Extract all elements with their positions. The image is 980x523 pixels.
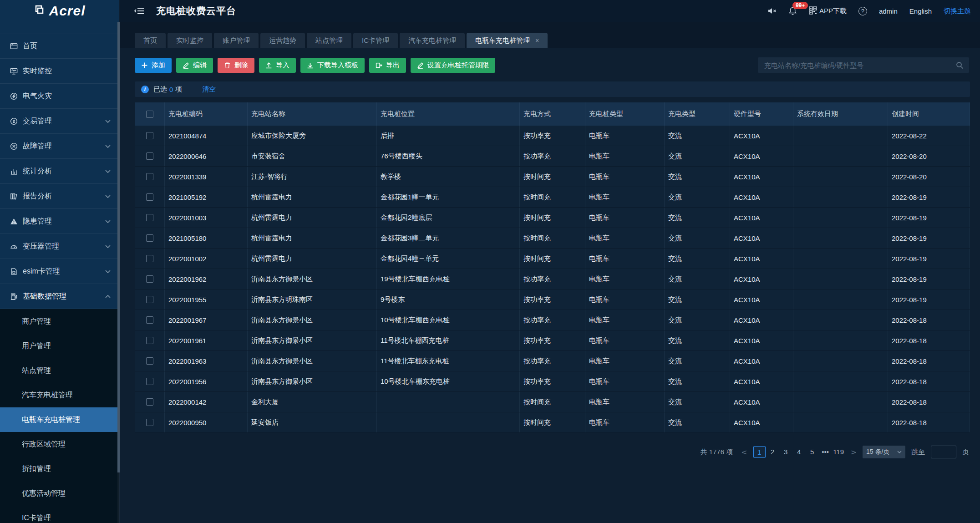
collapse-sidebar-icon[interactable] [134,6,144,15]
table-row[interactable]: 2022000646市安装宿舍76号楼西楼头按功率充电瓶车交流ACX10A202… [135,146,970,167]
sidebar-menu: 首页 实时监控 电气火灾 交易管理 故障管理 统计分析 报告分析 隐患管理 变压… [0,22,119,523]
table-row[interactable]: 2021004874应城市保险大厦旁后排按功率充电瓶车交流ACX10A2022-… [135,126,970,146]
clear-selection-link[interactable]: 清空 [202,85,216,94]
prev-page-icon[interactable]: < [741,448,747,457]
sidebar-subitem[interactable]: 商户管理 [0,309,119,334]
tab[interactable]: 账户管理 [214,33,259,48]
tab[interactable]: 电瓶车充电桩管理× [467,33,548,48]
search-input[interactable] [758,61,956,69]
language-switch[interactable]: English [909,7,932,15]
row-checkbox[interactable] [146,275,153,283]
sidebar-subitem[interactable]: 电瓶车充电桩管理 [0,407,119,432]
row-checkbox[interactable] [146,378,153,385]
page-number[interactable]: 5 [806,446,818,458]
tab[interactable]: 首页 [135,33,166,48]
tab[interactable]: 实时监控 [168,33,212,48]
row-checkbox[interactable] [146,419,153,426]
table-row[interactable]: 2022001967沂南县东方御景小区10号楼北车棚西充电桩按功率充电瓶车交流A… [135,310,970,330]
sidebar-subitem[interactable]: 行政区域管理 [0,432,119,457]
table-row[interactable]: 2022001962沂南县东方御景小区19号楼北车棚西充电桩按功率充电瓶车交流A… [135,269,970,289]
mute-icon[interactable] [767,7,777,15]
row-checkbox[interactable] [146,398,153,406]
select-all-checkbox[interactable] [146,111,153,118]
row-checkbox[interactable] [146,255,153,262]
edit-icon [417,62,424,69]
sidebar-subitem[interactable]: IC卡管理 [0,506,119,523]
sidebar-item[interactable]: 基础数据管理 [0,284,119,309]
sidebar-item[interactable]: 首页 [0,34,119,59]
sidebar-item[interactable]: 变压器管理 [0,234,119,259]
row-checkbox[interactable] [146,173,153,180]
sidebar-subitem[interactable]: 用户管理 [0,334,119,358]
toolbar-button[interactable]: 删除 [218,58,254,73]
table-cell: 沂南县东方御景小区 [248,330,377,350]
tab[interactable]: 汽车充电桩管理 [400,33,465,48]
sidebar-item[interactable]: 电气火灾 [0,84,119,109]
sidebar-subitem[interactable]: 汽车充电桩管理 [0,383,119,407]
tab[interactable]: 站点管理 [307,33,351,48]
page-number[interactable]: 1 [753,446,766,458]
electric-fire-icon [9,91,18,101]
sidebar-subitem[interactable]: 站点管理 [0,358,119,383]
table-cell: 后排 [377,126,520,146]
table-row[interactable]: 2022001963沂南县东方御景小区11号楼北车棚东充电桩按功率充电瓶车交流A… [135,351,970,371]
row-checkbox[interactable] [146,337,153,344]
next-page-icon[interactable]: > [851,448,857,457]
sidebar-item[interactable]: 交易管理 [0,109,119,134]
app-download[interactable]: APP下载 [809,6,847,16]
page-number[interactable]: 4 [793,446,805,458]
tab[interactable]: IC卡管理 [353,33,398,48]
notification-bell-icon[interactable]: 99+ [788,6,797,15]
selection-prefix: 已选 [153,85,167,94]
page-number[interactable]: 119 [833,446,845,458]
toolbar-button[interactable]: 下载导入模板 [300,58,365,73]
table-row[interactable]: 2021005180杭州雷霆电力金都花园3幢二单元按时间充电瓶车交流ACX10A… [135,228,970,249]
tab-close-icon[interactable]: × [535,37,539,44]
page-number[interactable]: 3 [780,446,792,458]
sidebar-item[interactable]: 实时监控 [0,59,119,84]
table-row[interactable]: 2022001002杭州雷霆电力金都花园4幢三单元按时间充电瓶车交流ACX10A… [135,249,970,269]
page-number[interactable]: 2 [767,446,779,458]
table-row[interactable]: 2022001956沂南县东方御景小区10号楼北车棚东充电桩按功率充电瓶车交流A… [135,371,970,392]
report-icon [9,192,18,201]
toolbar-button[interactable]: 设置充电桩托管期限 [411,58,495,73]
jump-page-input[interactable] [931,446,956,458]
sidebar-item[interactable]: esim卡管理 [0,259,119,284]
sidebar-item[interactable]: 隐患管理 [0,209,119,234]
table-row[interactable]: 2022001339江苏-智将行教学楼按时间充电瓶车交流ACX10A2022-0… [135,167,970,187]
column-header: 创建时间 [888,102,970,126]
help-icon[interactable]: ? [858,7,867,15]
table-row[interactable]: 2022001961沂南县东方御景小区11号楼北车棚西充电桩按功率充电瓶车交流A… [135,330,970,351]
table-cell: 电瓶车 [585,351,665,371]
sidebar-subitem[interactable]: 折扣管理 [0,457,119,481]
toolbar-button-label: 导出 [386,61,400,70]
row-checkbox[interactable] [146,132,153,139]
row-checkbox[interactable] [146,296,153,303]
toolbar-button[interactable]: 导出 [369,58,406,73]
row-checkbox[interactable] [146,152,153,160]
table-row[interactable]: 2022000142金利大厦按时间充电瓶车交流ACX10A2022-08-18 [135,392,970,412]
sidebar-item[interactable]: 统计分析 [0,159,119,184]
row-checkbox[interactable] [146,193,153,201]
table-row[interactable]: 2021005192杭州雷霆电力金都花园1幢一单元按时间充电瓶车交流ACX10A… [135,187,970,208]
username[interactable]: admin [879,7,898,15]
row-checkbox[interactable] [146,357,153,365]
page-ellipsis[interactable]: ••• [819,446,832,458]
table-row[interactable]: 2022001955沂南县东方明珠南区9号楼东按功率充电瓶车交流ACX10A20… [135,289,970,310]
row-checkbox[interactable] [146,214,153,221]
toolbar-button[interactable]: 编辑 [176,58,213,73]
page-size-select[interactable]: 15 条/页 [863,446,905,458]
sidebar-item[interactable]: 故障管理 [0,134,119,159]
theme-toggle-link[interactable]: 切换主题 [944,7,971,15]
tab[interactable]: 运营趋势 [260,33,305,48]
sidebar-subitem[interactable]: 优惠活动管理 [0,481,119,506]
sidebar-item[interactable]: 报告分析 [0,184,119,209]
brand-logo[interactable]: Acrel [0,0,119,22]
table-row[interactable]: 2022001003杭州雷霆电力金都花园2幢底层按时间充电瓶车交流ACX10A2… [135,208,970,228]
toolbar-button[interactable]: 导入 [259,58,296,73]
search-icon[interactable] [956,61,964,69]
row-checkbox[interactable] [146,234,153,242]
row-checkbox[interactable] [146,316,153,324]
toolbar-button[interactable]: 添加 [135,58,172,73]
table-row[interactable]: 2022000950延安饭店按时间充电瓶车交流ACX10A2022-08-18 [135,412,970,433]
